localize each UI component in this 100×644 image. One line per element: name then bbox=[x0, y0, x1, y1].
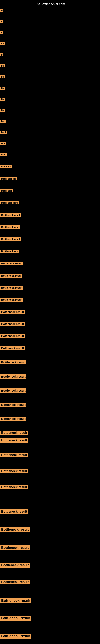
bottleneck-result-label: Bottleneck result bbox=[0, 416, 26, 421]
bottleneck-result-label: Bottleneck result bbox=[0, 616, 31, 621]
bottleneck-result-label: Bott bbox=[0, 120, 6, 123]
bottleneck-result-label: Bo bbox=[0, 98, 4, 100]
bottleneck-result-label: Bottleneck result bbox=[0, 286, 23, 290]
bottleneck-result-label: Bottl bbox=[0, 131, 7, 134]
bottleneck-result-label: Bottleneck result bbox=[0, 298, 23, 302]
bottleneck-result-label: Bo bbox=[0, 86, 4, 90]
bottleneck-result-label: B bbox=[0, 53, 3, 56]
bottleneck-result-label: Bottl bbox=[0, 153, 7, 156]
bottleneck-result-label: Bo bbox=[0, 109, 4, 112]
bottleneck-result-label: Bottleneck result bbox=[0, 509, 28, 514]
bottleneck-result-label: Bo bbox=[0, 76, 4, 78]
bottleneck-result-label: Bottleneck result bbox=[0, 262, 23, 266]
bottleneck-result-label: B bbox=[0, 31, 3, 34]
bottleneck-result-label: B bbox=[0, 20, 3, 23]
bottleneck-result-label: Bo bbox=[0, 64, 4, 68]
site-title: TheBottlenecker.com bbox=[0, 1, 100, 8]
bottleneck-result-label: Bottleneck result bbox=[0, 546, 30, 550]
bottleneck-result-label: Bottleneck result bbox=[0, 485, 28, 490]
bottleneck-result-label: Bottleneck res bbox=[0, 177, 17, 180]
bottleneck-result-label: Bottleneck result bbox=[0, 527, 30, 532]
bottleneck-result-label: Bottleneck result bbox=[0, 598, 31, 603]
bottleneck-result-label: Bottleneck result bbox=[0, 334, 25, 338]
bottleneck-result-label: Bottleneck result bbox=[0, 388, 26, 393]
bottleneck-result-label: Bottleneck result bbox=[0, 469, 28, 473]
bottleneck-result-label: B bbox=[0, 9, 3, 12]
bottleneck-result-label: Bottleneck result bbox=[0, 431, 28, 435]
bottleneck-result-label: Bottlenec bbox=[0, 165, 12, 168]
bottleneck-result-label: Bottleneck result bbox=[0, 438, 28, 442]
bottleneck-result-label: Bottleneck resul bbox=[0, 274, 22, 278]
bottleneck-result-label: Bottleneck result bbox=[0, 360, 26, 364]
bottleneck-result-label: Bottleneck result bbox=[0, 563, 30, 568]
bottleneck-result-label: Bottleneck resu bbox=[0, 201, 19, 204]
bottleneck-result-label: Bottleneck result bbox=[0, 346, 25, 350]
bottleneck-result-label: Bottleneck resu bbox=[0, 226, 20, 229]
bottleneck-result-label: Bottleneck result bbox=[0, 634, 31, 638]
bottleneck-result-label: Bottleneck result bbox=[0, 213, 21, 217]
bottleneck-result-label: Bottleneck result bbox=[0, 310, 25, 314]
bottleneck-result-label: Bottleneck bbox=[0, 189, 13, 192]
bottleneck-result-label: Bott bbox=[0, 142, 6, 145]
bottleneck-result-label: Bottleneck result bbox=[0, 580, 30, 584]
bottleneck-result-label: Bottleneck result bbox=[0, 402, 26, 407]
bottleneck-result-label: Bottleneck res bbox=[0, 250, 19, 253]
bottleneck-result-label: Bottleneck result bbox=[0, 322, 25, 326]
bottleneck-result-label: Bottleneck result bbox=[0, 374, 26, 378]
bottleneck-result-label: Bo bbox=[0, 42, 4, 45]
bottleneck-result-label: Bottleneck result bbox=[0, 238, 21, 241]
bottleneck-result-label: Bottleneck result bbox=[0, 453, 28, 457]
